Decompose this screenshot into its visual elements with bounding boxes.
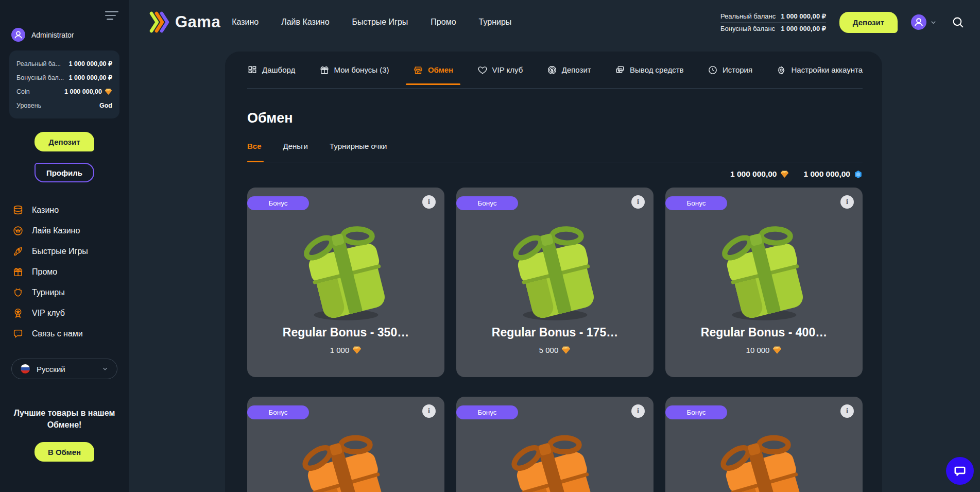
- sidebar-item-label: Связь с нами: [32, 329, 83, 338]
- real-balance-row: Реальный ба... 1 000 000,00 ₽: [16, 57, 112, 71]
- live-casino-icon: [12, 225, 24, 236]
- coin-icon: [547, 65, 557, 75]
- account-panel: Дашборд Мои бонусы (3) Обмен VIP клуб Де…: [225, 52, 882, 492]
- nav-fast-games[interactable]: Быстрые Игры: [352, 18, 408, 27]
- filter-money[interactable]: Деньги: [283, 142, 308, 150]
- gold-gem-icon: [780, 170, 789, 178]
- info-icon[interactable]: i: [631, 404, 645, 418]
- hamburger-menu-icon[interactable]: [105, 8, 119, 23]
- bonus-card[interactable]: Бонус i: [665, 397, 863, 492]
- bonus-badge: Бонус: [247, 405, 309, 419]
- nav-promo[interactable]: Промо: [431, 18, 456, 27]
- bonus-title: Regular Bonus - 350…: [283, 326, 409, 340]
- sidebar: Administrator Реальный ба... 1 000 000,0…: [0, 0, 129, 492]
- header-balances: Реальный баланс 1 000 000,00 ₽ Бонусный …: [720, 10, 826, 35]
- tab-dashboard[interactable]: Дашборд: [247, 65, 295, 75]
- level-row: Уровень God: [16, 98, 112, 112]
- tab-exchange[interactable]: Обмен: [413, 65, 453, 75]
- chat-icon: [12, 328, 24, 340]
- chevron-down-icon: [101, 365, 109, 372]
- dashboard-icon: [247, 65, 257, 75]
- sidebar-item-vip-club[interactable]: VIP клуб: [0, 303, 129, 324]
- sidebar-promo-text: Лучшие товары в нашем Обмене!: [8, 407, 121, 431]
- balance-panel: Реальный ба... 1 000 000,00 ₽ Бонусный б…: [9, 50, 119, 118]
- sidebar-item-casino[interactable]: Казино: [0, 200, 129, 220]
- coins-icon: [12, 205, 24, 216]
- info-icon[interactable]: i: [840, 195, 854, 209]
- sidebar-item-fast-games[interactable]: Быстрые Игры: [0, 241, 129, 262]
- tab-history[interactable]: История: [708, 65, 752, 75]
- tab-deposit[interactable]: Депозит: [547, 65, 591, 75]
- heart-icon: [477, 65, 488, 75]
- gear-icon: [776, 65, 786, 75]
- info-icon[interactable]: i: [631, 195, 645, 209]
- nav-live-casino[interactable]: Лайв Казино: [281, 18, 329, 27]
- chevron-down-icon: [930, 19, 937, 26]
- search-icon[interactable]: [952, 16, 965, 29]
- bonus-badge: Бонус: [456, 405, 518, 419]
- bonus-price: 5 000: [539, 346, 571, 354]
- bonus-title: Regular Bonus - 175…: [492, 326, 618, 340]
- sidebar-profile-button[interactable]: Профиль: [35, 163, 94, 182]
- info-icon[interactable]: i: [422, 404, 436, 418]
- to-exchange-button[interactable]: В Обмен: [35, 442, 94, 462]
- nav-casino[interactable]: Казино: [232, 18, 259, 27]
- tab-account-settings[interactable]: Настройки аккаунта: [776, 65, 863, 75]
- filter-tournament-points[interactable]: Турнирные очки: [330, 142, 387, 150]
- username: Administrator: [31, 31, 74, 39]
- blue-gem-icon: [854, 170, 863, 179]
- header-deposit-button[interactable]: Депозит: [839, 12, 898, 33]
- bonus-badge: Бонус: [665, 196, 727, 210]
- nav-tournaments[interactable]: Турниры: [479, 18, 512, 27]
- sidebar-item-tournaments[interactable]: Турниры: [0, 282, 129, 303]
- bonus-badge: Бонус: [247, 196, 309, 210]
- bonus-card[interactable]: Бонус i Regular Bonus - 175… 5 000: [456, 188, 654, 377]
- account-tabbar: Дашборд Мои бонусы (3) Обмен VIP клуб Де…: [247, 52, 863, 89]
- coin-balance: 1 000 000,00: [730, 169, 789, 179]
- sidebar-deposit-button[interactable]: Депозит: [35, 132, 94, 151]
- page-title: Обмен: [247, 110, 863, 126]
- chat-widget-button[interactable]: [946, 457, 974, 485]
- bonus-card[interactable]: Бонус i Regular Bonus - 350… 1 000: [247, 188, 444, 377]
- brand-logo[interactable]: Gama: [148, 11, 220, 33]
- info-icon[interactable]: i: [422, 195, 436, 209]
- exchange-balances: 1 000 000,00 1 000 000,00: [247, 169, 863, 179]
- header-right: Реальный баланс 1 000 000,00 ₽ Бонусный …: [720, 10, 965, 35]
- green-gift-image: [711, 217, 818, 325]
- sidebar-item-promo[interactable]: Промо: [0, 262, 129, 282]
- orange-gift-image: [293, 427, 400, 492]
- sidebar-item-label: Промо: [32, 267, 57, 277]
- bonus-title: Regular Bonus - 400…: [701, 326, 827, 340]
- filter-all[interactable]: Все: [247, 142, 262, 150]
- language-selector[interactable]: Русский: [11, 359, 117, 379]
- info-icon[interactable]: i: [840, 404, 854, 418]
- sidebar-item-label: Казино: [32, 206, 59, 215]
- bonus-cards-grid: Бонус i Regular Bonus - 350… 1 000 Бонус…: [247, 188, 863, 492]
- sidebar-item-label: Лайв Казино: [32, 226, 80, 235]
- bonus-card[interactable]: Бонус i: [247, 397, 444, 492]
- tab-vip-club[interactable]: VIP клуб: [477, 65, 523, 75]
- bonus-card[interactable]: Бонус i Regular Bonus - 400… 10 000: [665, 188, 863, 377]
- vip-badge-icon: [12, 308, 24, 319]
- bonus-card[interactable]: Бонус i: [456, 397, 654, 492]
- sidebar-nav: Казино Лайв Казино Быстрые Игры Промо Ту…: [0, 200, 129, 344]
- brand-name: Gama: [175, 13, 220, 31]
- withdraw-icon: [615, 65, 625, 75]
- sidebar-item-contact[interactable]: Связь с нами: [0, 324, 129, 344]
- bonus-balance-row: Бонусный бал... 1 000 000,00 ₽: [16, 71, 112, 84]
- gold-gem-icon: [561, 346, 571, 354]
- tab-withdraw[interactable]: Вывод средств: [615, 65, 683, 75]
- tab-my-bonuses[interactable]: Мои бонусы (3): [319, 65, 389, 75]
- gold-gem-icon: [772, 346, 782, 354]
- green-gift-image: [293, 217, 400, 325]
- language-label: Русский: [37, 365, 95, 374]
- bonus-badge: Бонус: [456, 196, 518, 210]
- bonus-price: 10 000: [746, 346, 782, 354]
- sidebar-item-live-casino[interactable]: Лайв Казино: [0, 220, 129, 241]
- gold-gem-icon: [105, 88, 112, 95]
- account-menu[interactable]: [911, 14, 937, 30]
- bonus-badge: Бонус: [665, 405, 727, 419]
- logo-chevrons-icon: [148, 11, 172, 33]
- gift-icon: [12, 266, 24, 278]
- orange-gift-image: [711, 427, 818, 492]
